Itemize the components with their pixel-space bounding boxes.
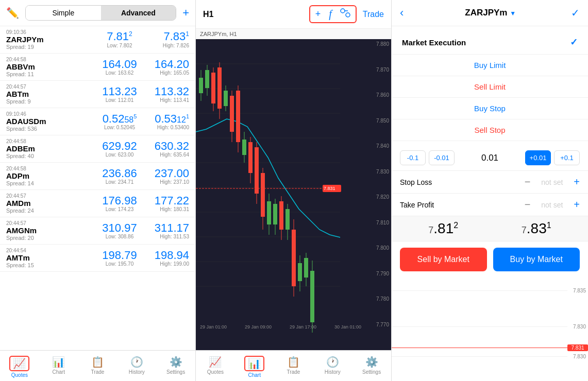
svg-point-1 [346,13,350,17]
mid-settings-icon: ⚙️ [365,356,378,368]
list-item[interactable]: 20:44:54 AMTm Spread: 15 198.79 Low: 195… [0,245,195,272]
svg-text:7.831: 7.831 [324,186,335,191]
svg-rect-21 [217,67,222,109]
svg-rect-25 [230,96,234,132]
list-item[interactable]: 20:44:57 ABTm Spread: 9 113.23 Low: 112.… [0,81,195,108]
mid-quotes-label: Quotes [207,369,224,375]
stop-loss-minus[interactable]: − [525,176,531,188]
trade-button[interactable]: Trade [363,10,384,19]
order-sell-limit[interactable]: Sell Limit [392,76,588,98]
trade-label: Trade [91,369,105,375]
ask-price-box: 7.831 [493,221,580,236]
take-profit-minus[interactable]: − [525,199,531,211]
order-buy-limit[interactable]: Buy Limit [392,55,588,76]
price-display-row: 7.812 7.831 [392,216,588,241]
add-indicator-icon[interactable]: + [315,9,321,20]
trade-icon: 📋 [91,356,104,368]
price-lines-container: 7.835 7.830 7.831 7.830 7.825 [392,278,588,381]
svg-rect-54 [310,271,314,322]
svg-rect-33 [255,147,259,194]
list-item[interactable]: 20:44:57 AMDm Spread: 24 176.98 Low: 174… [0,190,195,217]
list-item[interactable]: 09:10:36 ZARJPYm Spread: 19 7.812 Low: 7… [0,26,195,54]
take-profit-row: Take Profit − not set + [392,194,588,216]
mid-nav-chart[interactable]: 📊 Chart [235,354,274,380]
tab-group: Simple Advanced [25,5,176,21]
dropdown-arrow[interactable]: ▼ [510,10,516,17]
mid-panel: H1 + f Trade ZARJPYm, H1 7.880 7.870 7.8… [196,0,392,381]
left-panel: ✏️ Simple Advanced + 09:10:36 ZARJPYm Sp… [0,0,196,381]
mid-header: H1 + f Trade [196,0,391,29]
stop-loss-value: not set [536,178,567,186]
svg-rect-52 [304,258,308,278]
mid-trade-label: Trade [287,369,300,375]
bid-price-box: 7.812 [400,221,487,236]
history-icon: 🕐 [130,356,143,368]
order-market-execution[interactable]: Market Execution ✓ [392,30,588,55]
svg-rect-29 [242,140,246,155]
qty-plus-point01[interactable]: +0.01 [525,150,551,165]
svg-rect-50 [298,263,302,281]
svg-rect-41 [279,201,283,230]
svg-rect-19 [211,73,215,103]
mid-nav-quotes[interactable]: 📈 Quotes [196,354,235,380]
price-line-7830: 7.830 [392,324,588,330]
stop-loss-label: Stop Loss [400,178,525,186]
price-line-7830b: 7.830 [392,354,588,359]
svg-rect-27 [236,91,240,142]
qty-plus-point1[interactable]: +0.1 [554,150,580,165]
stop-loss-plus[interactable]: + [574,176,580,188]
nav-history[interactable]: 🕐 History [117,354,156,380]
objects-icon[interactable] [340,8,350,20]
mid-nav-settings[interactable]: ⚙️ Settings [352,354,391,380]
order-buy-stop[interactable]: Buy Stop [392,98,588,119]
price-line-7831-highlight: 7.831 [392,344,588,351]
list-item[interactable]: 20:44:58 ADBEm Spread: 40 629.92 Low: 62… [0,135,195,163]
back-button[interactable]: ‹ [400,6,404,20]
mid-settings-label: Settings [362,369,381,375]
take-profit-plus[interactable]: + [574,199,580,211]
qty-minus-point1[interactable]: -0.1 [400,150,426,165]
tab-simple[interactable]: Simple [26,6,101,20]
buy-market-button[interactable]: Buy by Market [493,248,580,271]
mid-history-icon: 🕐 [326,356,339,368]
nav-chart[interactable]: 📊 Chart [39,354,78,380]
list-item[interactable]: 20:44:58 ABBVm Spread: 11 164.09 Low: 16… [0,54,195,81]
mid-nav-history[interactable]: 🕐 History [313,354,352,380]
nav-quotes[interactable]: 📈 Quotes [0,354,39,380]
svg-rect-39 [273,204,277,224]
tab-advanced[interactable]: Advanced [101,6,176,20]
take-profit-value: not set [536,201,567,209]
order-sell-stop[interactable]: Sell Stop [392,119,588,141]
list-item[interactable]: 09:10:46 ADAUSDm Spread: 536 0.52585 Low… [0,108,195,135]
left-header: ✏️ Simple Advanced + [0,0,195,26]
mid-quotes-icon: 📈 [209,356,222,368]
mid-chart-label: Chart [248,372,260,378]
svg-rect-31 [248,142,253,173]
action-buttons: Sell by Market Buy by Market [392,241,588,278]
qty-minus-point01[interactable]: -0.01 [429,150,455,165]
settings-label: Settings [166,369,185,375]
quotes-list: 09:10:36 ZARJPYm Spread: 19 7.812 Low: 7… [0,26,195,350]
nav-settings[interactable]: ⚙️ Settings [156,354,195,380]
svg-rect-15 [199,78,203,93]
mid-nav-trade[interactable]: 📋 Trade [274,354,313,380]
list-item[interactable]: 20:44:58 ADPm Spread: 14 236.86 Low: 234… [0,163,195,190]
nav-trade[interactable]: 📋 Trade [78,354,117,380]
function-icon[interactable]: f [329,8,332,20]
timeframe-label[interactable]: H1 [203,10,213,19]
add-button[interactable]: + [182,6,189,20]
mid-bottom-nav: 📈 Quotes 📊 Chart 📋 Trade 🕐 History ⚙️ Se… [196,350,391,381]
price-line-7835: 7.835 [392,288,588,293]
sell-market-button[interactable]: Sell by Market [400,248,487,271]
right-price-chart: 7.835 7.830 7.831 7.830 7.825 [392,278,588,381]
mid-trade-icon: 📋 [287,356,300,368]
list-item[interactable]: 20:44:57 AMGNm Spread: 20 310.97 Low: 30… [0,217,195,245]
mid-chart-icon: 📊 [248,358,261,369]
chart-canvas[interactable]: 7.880 7.870 7.860 7.850 7.840 7.830 7.82… [196,39,391,350]
edit-icon[interactable]: ✏️ [6,7,19,19]
confirm-button[interactable]: ✓ [571,7,580,19]
chart-label: Chart [52,369,64,375]
quotes-icon: 📈 [13,358,26,369]
order-type-list: Market Execution ✓ Buy Limit Sell Limit … [392,26,588,145]
quotes-label: Quotes [11,372,28,378]
